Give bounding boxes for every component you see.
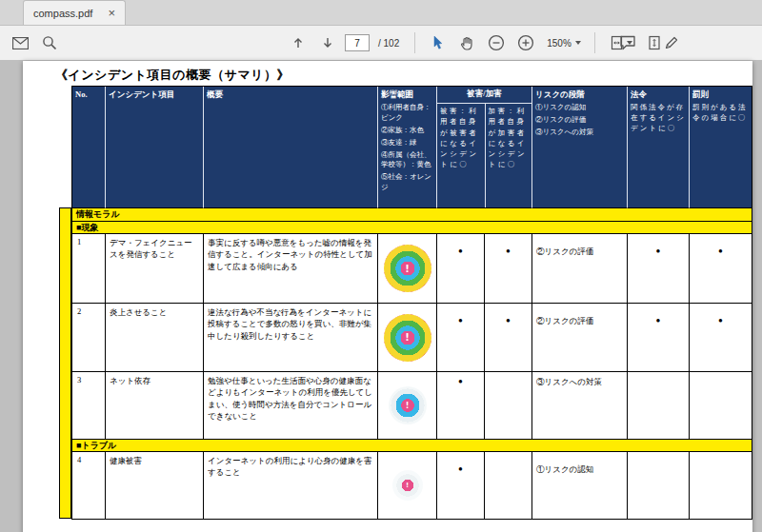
- toolbar-left-group: [8, 26, 62, 60]
- incident-cell: 健康被害: [106, 452, 204, 520]
- page-up-icon[interactable]: [286, 30, 311, 55]
- col-header-penalty: 罰則 罰則がある法令の場合に〇: [690, 87, 752, 208]
- summary-cell: 勉強や仕事といった生活面や心身の健康面などよりもインターネットの利用を優先してし…: [204, 372, 378, 440]
- law-note: 関係法令が存在するインシデントに〇: [631, 103, 686, 134]
- impact-target-user-icon: !: [392, 470, 423, 501]
- page-down-icon[interactable]: [315, 30, 340, 55]
- select-tool-icon[interactable]: [425, 30, 450, 55]
- penalty-cell: ●: [690, 304, 752, 372]
- summary-cell: 事実に反する噂や悪意をもった嘘の情報を発信すること。インターネットの特性として加…: [204, 234, 378, 304]
- penalty-cell: [690, 372, 752, 440]
- summary-cell: 違法な行為や不当な行為をインターネットに投稿することで多数の怒りを買い、非難が集…: [204, 304, 378, 372]
- hand-tool-icon[interactable]: [454, 30, 479, 55]
- scope-legend-line: ③友達：緑: [381, 138, 433, 148]
- victim-cell: ●: [437, 304, 485, 372]
- perpetrator-cell: ●: [485, 304, 532, 372]
- pdf-page: 《インシデント項目の概要（サマリ）》 No. インシデント項目 概要: [23, 61, 752, 532]
- scope-legend-line: ⑤社会：オレンジ: [381, 172, 433, 193]
- law-cell: ●: [628, 234, 690, 304]
- tab-bar: compass.pdf ×: [0, 0, 762, 26]
- section-label: ■現象: [72, 222, 752, 234]
- page-title: 《インシデント項目の概要（サマリ）》: [55, 67, 290, 84]
- incident-table: No. インシデント項目 概要 影響範囲 ①利用者自身：ピンク ②家族：水色 ③…: [71, 86, 752, 520]
- incident-cell: ネット依存: [106, 372, 204, 440]
- section-row-trouble: ■トラブル: [72, 440, 752, 452]
- zoom-caret-icon: [575, 41, 581, 45]
- page-total-label: / 102: [378, 38, 399, 49]
- page-number-input[interactable]: [345, 34, 370, 51]
- risk-cell: ②リスクの評価: [532, 234, 628, 304]
- category-row: 情報モラル: [72, 208, 752, 222]
- col-header-incident: インシデント項目: [106, 87, 204, 208]
- victim-cell: ●: [437, 452, 485, 520]
- scope-cell: !: [378, 304, 437, 372]
- table-row: 1 デマ・フェイクニュースを発信すること 事実に反する噂や悪意をもった嘘の情報を…: [72, 234, 752, 304]
- toolbar-divider: [414, 32, 415, 53]
- risk-note-line: ②リスクの評価: [535, 115, 624, 126]
- scope-legend-line: ①利用者自身：ピンク: [381, 103, 433, 124]
- risk-cell: ②リスクの評価: [532, 304, 628, 372]
- pdf-viewer-window: compass.pdf × / 102: [0, 0, 762, 532]
- toolbar: / 102 150%: [0, 26, 762, 61]
- risk-note-line: ③リスクへの対策: [535, 128, 624, 138]
- zoom-in-icon[interactable]: [513, 30, 538, 55]
- scope-legend-line: ②家族：水色: [381, 126, 433, 136]
- zoom-level-label: 150%: [547, 38, 572, 49]
- search-icon[interactable]: [37, 30, 62, 55]
- scope-legend-line: ④所属（会社、学校等）：黄色: [381, 150, 433, 171]
- incident-cell: デマ・フェイクニュースを発信すること: [106, 234, 204, 304]
- zoom-level-dropdown[interactable]: 150%: [543, 38, 585, 49]
- perpetrator-cell: [485, 372, 532, 440]
- col-header-no: No.: [72, 87, 106, 208]
- penalty-note: 罰則がある法令の場合に〇: [692, 103, 749, 124]
- penalty-cell: ●: [690, 234, 752, 304]
- email-icon[interactable]: [8, 30, 32, 55]
- scope-cell: !: [378, 452, 437, 520]
- risk-cell: ①リスクの認知: [532, 452, 628, 520]
- col-header-risk: リスクの段階 ①リスクの認知 ②リスクの評価 ③リスクへの対策: [532, 87, 628, 208]
- sign-icon[interactable]: [659, 30, 684, 55]
- victim-note: 被害：利用者自身が被害者になるインシデントに〇: [437, 104, 485, 207]
- section-row-phenomenon: ■現象: [72, 222, 752, 234]
- row-no: 3: [72, 372, 106, 440]
- victim-cell: ●: [437, 372, 485, 440]
- incident-cell: 炎上させること: [106, 304, 204, 372]
- law-cell: ●: [628, 304, 690, 372]
- victim-cell: ●: [437, 234, 485, 304]
- section-label: ■トラブル: [72, 440, 752, 452]
- impact-target-all-rings-icon: !: [384, 245, 431, 292]
- tab-title: compass.pdf: [33, 8, 92, 19]
- document-canvas[interactable]: 《インシデント項目の概要（サマリ）》 No. インシデント項目 概要: [0, 60, 762, 532]
- law-cell: [628, 372, 690, 440]
- perpetrator-note: 加害：利用者自身が加害者になるインシデントに〇: [485, 104, 532, 207]
- table-row: 4 健康被害 インターネットの利用により心身の健康を害すること ! ● ①リスク…: [72, 452, 752, 520]
- category-label: 情報モラル: [72, 208, 752, 222]
- table-row: 2 炎上させること 違法な行為や不当な行為をインターネットに投稿することで多数の…: [72, 304, 752, 372]
- col-header-harm: 被害/加害 被害：利用者自身が被害者になるインシデントに〇 加害：利用者自身が加…: [437, 87, 532, 208]
- perpetrator-cell: [485, 452, 532, 520]
- category-sidebar: [59, 207, 71, 519]
- col-header-scope: 影響範囲 ①利用者自身：ピンク ②家族：水色 ③友達：緑 ④所属（会社、学校等）…: [378, 87, 437, 208]
- toolbar-center-group: / 102 150%: [286, 26, 667, 60]
- comment-icon[interactable]: [615, 30, 640, 55]
- tab-close-icon[interactable]: ×: [108, 7, 115, 19]
- impact-target-all-rings-icon: !: [384, 314, 431, 362]
- impact-target-user-family-icon: !: [389, 386, 427, 424]
- law-cell: [628, 452, 690, 520]
- row-no: 1: [72, 234, 106, 304]
- penalty-cell: [690, 452, 752, 520]
- document-tab[interactable]: compass.pdf ×: [23, 0, 126, 25]
- scope-cell: !: [378, 372, 437, 440]
- table-row: 3 ネット依存 勉強や仕事といった生活面や心身の健康面などよりもインターネットの…: [72, 372, 752, 440]
- row-no: 4: [72, 452, 106, 520]
- scope-cell: !: [378, 234, 437, 304]
- toolbar-divider: [594, 32, 595, 53]
- risk-cell: ③リスクへの対策: [532, 372, 628, 440]
- table-header: No. インシデント項目 概要 影響範囲 ①利用者自身：ピンク ②家族：水色 ③…: [72, 87, 752, 208]
- zoom-out-icon[interactable]: [484, 30, 509, 55]
- risk-note-line: ①リスクの認知: [535, 103, 624, 113]
- row-no: 2: [72, 304, 106, 372]
- perpetrator-cell: ●: [485, 234, 532, 304]
- toolbar-right-group: [615, 26, 684, 60]
- summary-cell: インターネットの利用により心身の健康を害すること: [204, 452, 378, 520]
